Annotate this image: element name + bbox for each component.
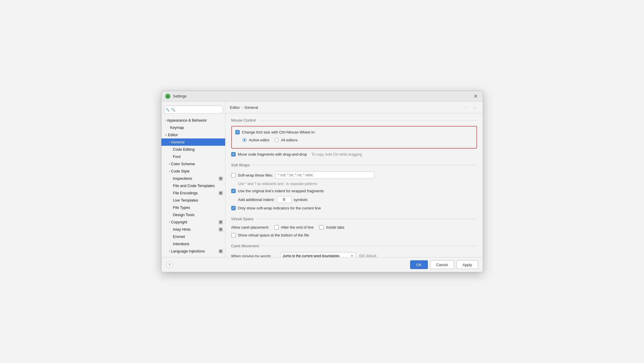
sidebar-item-keymap[interactable]: Keymap [161,124,225,131]
sidebar-item-file-code-templates[interactable]: File and Code Templates [161,182,225,189]
svg-point-1 [167,95,169,97]
active-editor-row: Active editor [242,137,270,143]
virtual-space-section: Virtual Space Allow caret placement: Aft… [231,217,477,238]
sidebar-item-code-editing[interactable]: Code Editing [161,146,225,153]
sidebar-item-label: Appearance & Behavior [167,118,207,122]
sidebar-item-font[interactable]: Font [161,153,225,160]
sidebar-item-label: Intentions [173,242,189,246]
show-virtual-checkbox[interactable] [231,233,236,237]
moving-by-words-row: When moving by words: Jump to the curren… [231,252,477,257]
inside-tabs-checkbox[interactable] [319,225,324,229]
inside-tabs-label: Inside tabs [326,225,344,229]
ok-button[interactable]: OK [410,260,428,269]
nav-buttons: ← → [463,104,478,111]
breadcrumb: Editor › General [230,105,258,110]
sidebar-item-general[interactable]: › General [161,138,225,146]
add-indent-row: Add additional indent: symbols [238,196,477,203]
show-virtual-label: Show virtual space at the bottom of the … [238,233,309,237]
sidebar-item-emmet[interactable]: Emmet [161,233,225,240]
sidebar-item-editor[interactable]: ∨ Editor [161,131,225,138]
settings-badge: ⚙ [219,220,223,224]
sidebar-item-inlay-hints[interactable]: Inlay Hints ⚙ [161,226,225,233]
sidebar-item-live-edit[interactable]: Live Edit [161,255,225,257]
only-show-checkbox[interactable] [231,206,236,210]
sidebar-item-inspections[interactable]: Inspections ⚙ [161,175,225,182]
after-end-checkbox[interactable] [274,225,279,229]
soft-wrap-hint: Use * and ? as wildcards and ; to separa… [238,182,477,186]
use-original-indent-checkbox[interactable] [231,189,236,193]
soft-wrap-files-checkbox[interactable] [231,173,236,177]
title-bar: Settings ✕ [161,91,483,102]
chevron-right-icon: › [169,170,170,173]
sidebar-item-label: Keymap [170,125,184,130]
symbols-label: symbols [294,197,308,202]
search-input[interactable] [164,106,223,114]
settings-badge: ⚙ [219,177,223,181]
change-font-label: Change font size with Ctrl+Mouse Wheel i… [242,130,316,134]
active-editor-radio[interactable] [242,138,247,142]
help-button[interactable]: ? [166,261,173,268]
add-indent-input[interactable] [277,196,291,203]
soft-wrap-files-row: Soft-wrap these files: [231,171,477,179]
chevron-right-icon: › [165,119,166,122]
apply-button[interactable]: Apply [456,260,478,269]
caret-movement-header: Caret Movement [231,244,477,248]
sidebar: › Appearance & Behavior Keymap ∨ Editor … [161,102,225,257]
settings-badge: ⚙ [219,249,223,253]
search-wrapper [164,106,223,114]
chevron-right-icon: › [169,162,170,166]
soft-wrap-files-input[interactable] [275,171,374,179]
all-editors-label: All editors [281,138,298,142]
sidebar-item-code-style[interactable]: › Code Style [161,168,225,175]
sidebar-item-design-tools[interactable]: Design Tools [161,211,225,218]
use-original-indent-row: Use the original line's indent for wrapp… [231,188,477,194]
after-end-label: After the end of line [281,225,314,229]
move-code-label: Move code fragments with drag-and-drop [238,152,307,156]
app-icon [165,93,171,99]
sidebar-item-file-types[interactable]: File Types [161,204,225,211]
moving-by-words-hint: IDE default [359,254,376,257]
sidebar-item-label: Editor [168,133,178,137]
chevron-right-icon: › [169,220,170,224]
sidebar-item-label: General [171,140,184,144]
all-editors-radio[interactable] [274,138,279,142]
move-code-row: Move code fragments with drag-and-drop T… [231,152,477,157]
change-font-row: Change font size with Ctrl+Mouse Wheel i… [235,129,473,135]
sidebar-item-label: Code Editing [173,147,195,152]
add-indent-label: Add additional indent: [238,197,275,202]
main-content: Editor › General ← → Mouse Control [225,102,483,257]
only-show-row: Only show soft-wrap indicators for the c… [231,205,477,211]
sidebar-item-intentions[interactable]: Intentions [161,240,225,248]
settings-badge: ⚙ [219,191,223,195]
allow-caret-row: Allow caret placement: After the end of … [231,225,477,230]
cancel-button[interactable]: Cancel [430,260,454,269]
breadcrumb-bar: Editor › General ← → [225,102,483,113]
sidebar-item-color-scheme[interactable]: › Color Scheme [161,160,225,168]
only-show-label: Only show soft-wrap indicators for the c… [238,206,321,210]
sidebar-item-label: Design Tools [173,213,195,217]
sidebar-item-label: File Encodings [173,191,198,195]
sidebar-item-copyright[interactable]: › Copyright ⚙ [161,218,225,226]
breadcrumb-current: General [245,105,258,110]
move-code-checkbox[interactable] [231,152,236,156]
chevron-right-icon: › [169,250,170,253]
editor-scope-group: Active editor All editors [242,137,473,145]
back-button[interactable]: ← [463,104,470,111]
sidebar-item-label: Language Injections [171,249,205,253]
sidebar-item-label: Emmet [173,234,185,239]
change-font-checkbox[interactable] [235,130,240,134]
sidebar-item-appearance[interactable]: › Appearance & Behavior [161,117,225,124]
close-button[interactable]: ✕ [472,93,479,100]
sidebar-item-live-templates[interactable]: Live Templates [161,197,225,204]
title-bar-left: Settings [165,93,187,99]
sidebar-item-label: File Types [173,205,190,210]
chevron-right-icon: › [169,140,170,144]
sidebar-item-file-encodings[interactable]: File Encodings ⚙ [161,189,225,197]
allow-caret-label: Allow caret placement: [231,225,272,229]
moving-by-words-select[interactable]: Jump to the current word boundaries [280,252,356,257]
mouse-control-header: Mouse Control [231,118,477,122]
search-container [161,104,225,117]
soft-wraps-section: Soft Wraps Soft-wrap these files: Use * … [231,163,477,211]
sidebar-item-language-injections[interactable]: › Language Injections ⚙ [161,248,225,255]
forward-button[interactable]: → [471,104,478,111]
